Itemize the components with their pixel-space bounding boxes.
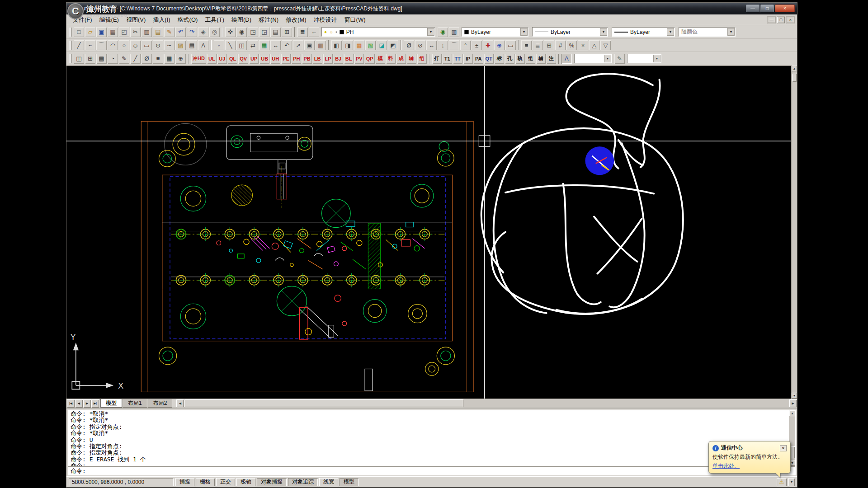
status-toggle[interactable]: 对象追踪	[288, 478, 318, 486]
layout-tab[interactable]: 布局2	[148, 399, 173, 408]
close-button[interactable]: ×	[775, 5, 795, 12]
layer-previous-icon[interactable]: ←	[309, 27, 319, 37]
plugin-combo-1[interactable]: ▼	[574, 54, 612, 63]
die-tool-button[interactable]: 轨	[515, 54, 525, 64]
dim-center-icon[interactable]: ✚	[483, 40, 493, 50]
menu-item[interactable]: 插入(I)	[149, 15, 174, 25]
match-properties-icon[interactable]: ✎	[164, 27, 175, 37]
dim-angular-icon[interactable]: °	[460, 40, 471, 50]
menu-item[interactable]: 冲模设计	[310, 15, 341, 25]
status-toggle[interactable]: 模型	[340, 478, 359, 486]
punch-button[interactable]: BL	[344, 54, 354, 64]
horizontal-scrollbar[interactable]: ◀ ▶	[176, 399, 797, 407]
arc-icon[interactable]: ◠	[108, 40, 118, 50]
menu-item[interactable]: 修改(M)	[282, 15, 310, 25]
command-prompt-input[interactable]: 命令:	[68, 466, 795, 475]
dim-horizontal-icon[interactable]: ↔	[426, 40, 437, 50]
paste-icon[interactable]: ▤	[153, 27, 163, 37]
mdi-close-button[interactable]: ×	[786, 16, 795, 23]
color-combo[interactable]: ByLayer ▼	[462, 27, 528, 37]
vertical-scrollbar[interactable]: ▲ ▼	[791, 66, 797, 399]
status-toggle[interactable]: 极轴	[236, 478, 255, 486]
rotate-icon[interactable]: ↶	[282, 40, 292, 50]
dim-linear-icon[interactable]: Ø	[404, 40, 414, 50]
copy-icon[interactable]: ▥	[142, 27, 152, 37]
presscad-tool-icon[interactable]: ◫	[74, 54, 84, 64]
hyperlink-icon[interactable]: ◈	[198, 27, 208, 37]
plot-icon[interactable]: ▦	[108, 27, 118, 37]
punch-button[interactable]: 模	[376, 54, 385, 64]
zoom-realtime-icon[interactable]: ◉	[236, 27, 247, 37]
undo-icon[interactable]: ↶	[175, 27, 186, 37]
open-folder-icon[interactable]: ▱	[85, 27, 95, 37]
construction-line-icon[interactable]: ~	[85, 40, 95, 50]
stretch-icon[interactable]: ↗	[293, 40, 303, 50]
die-tool-button[interactable]: QT	[484, 54, 494, 64]
scrollbar-thumb[interactable]	[792, 74, 797, 82]
die-tool-button[interactable]: 标	[495, 54, 504, 64]
layout-tab[interactable]: 模型	[100, 399, 122, 408]
die-tool-button[interactable]: 打	[432, 54, 442, 64]
line-icon[interactable]: ╱	[74, 40, 84, 50]
die-tool-button[interactable]: IP	[463, 54, 473, 64]
popup-close-icon[interactable]: ×	[780, 445, 787, 451]
dim-vertical-icon[interactable]: ↕	[438, 40, 448, 50]
tab-nav-button[interactable]: |◀	[67, 399, 75, 408]
toolbar-drag-handle[interactable]	[69, 54, 72, 63]
break-icon[interactable]: ◧	[331, 40, 342, 50]
dim-style-icon[interactable]: ⊕	[494, 40, 505, 50]
maximize-button[interactable]: □	[760, 5, 774, 12]
die-tool-button[interactable]: T1	[443, 54, 452, 64]
layout-tab[interactable]: 布局1	[123, 399, 147, 408]
lineweight-combo[interactable]: ByLayer ▼	[612, 27, 675, 37]
rectangle-icon[interactable]: ▭	[142, 40, 152, 50]
mtext-icon[interactable]: A	[198, 40, 208, 50]
edit-pencil-icon[interactable]: ✎	[614, 54, 625, 64]
scroll-up-icon[interactable]: ▲	[789, 410, 795, 416]
toolbar-drag-handle[interactable]	[69, 41, 72, 50]
layer-states-icon[interactable]: ▥	[449, 27, 459, 37]
tab-nav-button[interactable]: ▶|	[91, 399, 99, 408]
scroll-right-icon[interactable]: ▶	[789, 399, 797, 407]
mdi-restore-button[interactable]: □	[777, 16, 785, 23]
die-tool-button[interactable]: 注	[547, 54, 556, 64]
linetype-combo[interactable]: ByLayer ▼	[532, 27, 608, 37]
donut-icon[interactable]: ⊙	[153, 40, 163, 50]
annotation-tool-icon[interactable]: A	[561, 54, 572, 64]
print-preview-icon[interactable]: ◰	[119, 27, 129, 37]
presscad-tool-icon[interactable]: ⊞	[85, 54, 95, 64]
punch-button[interactable]: UP	[249, 54, 259, 64]
punch-button[interactable]: QP	[365, 54, 375, 64]
text-style-icon[interactable]: ≣	[533, 40, 543, 50]
circle-icon[interactable]: ○	[119, 40, 129, 50]
die-tool-button[interactable]: 组	[526, 54, 535, 64]
punch-button[interactable]: LP	[323, 54, 333, 64]
layer-combo[interactable]: ● ☼ ▪ PH ▼	[321, 27, 435, 37]
zoom-previous-icon[interactable]: ◲	[259, 27, 269, 37]
properties-icon[interactable]: ▤	[270, 27, 281, 37]
wblock-icon[interactable]: ◩	[388, 40, 398, 50]
move-icon[interactable]: ↔	[270, 40, 281, 50]
punch-button[interactable]: PE	[281, 54, 291, 64]
chamfer-icon[interactable]: ◨	[343, 40, 353, 50]
menu-item[interactable]: 格式(O)	[174, 15, 202, 25]
region-icon[interactable]: ▤	[187, 40, 197, 50]
presscad-tool-icon[interactable]: ▤	[96, 54, 107, 64]
pan-icon[interactable]: ✜	[225, 27, 236, 37]
polygon-icon[interactable]: ◇	[130, 40, 141, 50]
presscad-tool-icon[interactable]: ▦	[164, 54, 175, 64]
presscad-tool-icon[interactable]: ✎	[119, 54, 129, 64]
punch-button[interactable]: 冲HD	[191, 54, 206, 64]
dim-aligned-icon[interactable]: ⊘	[415, 40, 425, 50]
punch-button[interactable]: UJ	[217, 54, 227, 64]
punch-button[interactable]: 组	[417, 54, 427, 64]
multiply-icon[interactable]: ×	[578, 40, 588, 50]
cut-icon[interactable]: ✂	[130, 27, 141, 37]
mdi-minimize-button[interactable]: —	[767, 16, 776, 23]
redo-icon[interactable]: ↷	[187, 27, 197, 37]
punch-button[interactable]: LB	[313, 54, 322, 64]
chevron-down-icon[interactable]: ▼	[667, 28, 674, 36]
chevron-down-icon[interactable]: ▼	[653, 55, 660, 62]
punch-button[interactable]: PH	[292, 54, 301, 64]
scroll-up-icon[interactable]: ▲	[792, 66, 797, 71]
